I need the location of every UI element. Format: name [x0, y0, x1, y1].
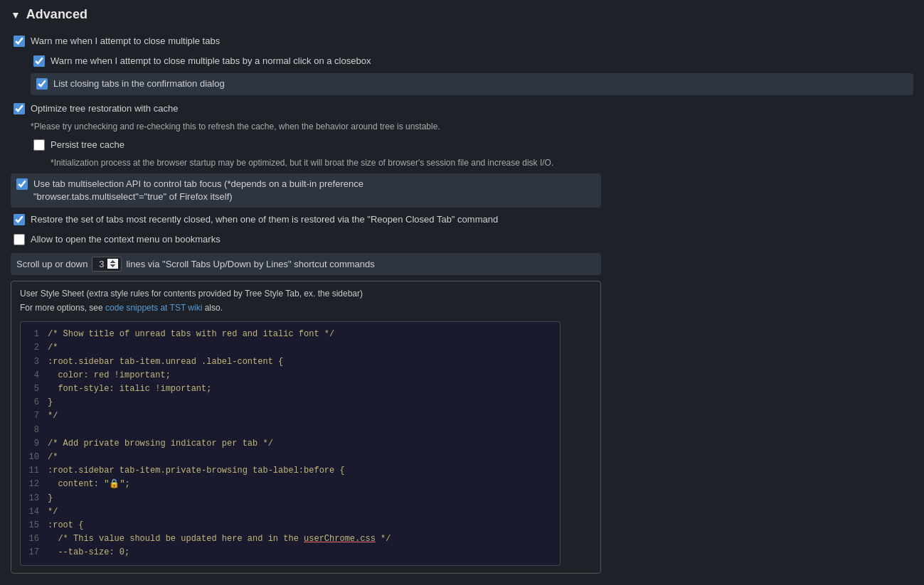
user-style-legend: User Style Sheet (extra style rules for … — [20, 289, 592, 299]
line-num-3: 3 — [26, 355, 48, 369]
line-content-6: } — [48, 396, 53, 409]
warn-close-tabs-checkbox[interactable] — [14, 36, 25, 47]
optimize-tree-label[interactable]: Optimize tree restoration with cache — [31, 102, 178, 115]
line-content-5: font-style: italic !important; — [48, 382, 211, 396]
line-content-2: /* — [48, 341, 58, 355]
warn-close-normal-label[interactable]: Warn me when I attempt to close multiple… — [51, 55, 371, 68]
code-line-13: 13 } — [21, 492, 560, 505]
line-content-4: color: red !important; — [48, 369, 171, 382]
code-line-10: 10 /* — [21, 451, 560, 464]
code-line-9: 9 /* Add private browsing indicator per … — [21, 437, 560, 451]
scroll-number-wrapper — [92, 257, 122, 272]
line-content-3: :root.sidebar tab-item.unread .label-con… — [48, 355, 283, 369]
list-closing-tabs-row: List closing tabs in the confirmation di… — [31, 73, 913, 95]
line-num-10: 10 — [26, 451, 48, 464]
line-num-16: 16 — [26, 532, 48, 546]
line-content-12: content: "🔒"; — [48, 478, 130, 491]
code-line-14: 14 */ — [21, 505, 560, 519]
optimize-tree-note: *Please try unchecking and re-checking t… — [31, 121, 913, 133]
tab-multiselect-checkbox[interactable] — [16, 178, 28, 190]
optimize-tree-checkbox[interactable] — [14, 103, 25, 114]
line-num-2: 2 — [26, 341, 48, 355]
line-num-12: 12 — [26, 478, 48, 491]
warn-close-tabs-label[interactable]: Warn me when I attempt to close multiple… — [31, 35, 220, 48]
tab-multiselect-label[interactable]: Use tab multiselection API to control ta… — [33, 178, 363, 203]
collapse-triangle[interactable]: ▼ — [11, 9, 21, 21]
restore-closed-tabs-label[interactable]: Restore the set of tabs most recently cl… — [31, 213, 498, 226]
code-snippets-link[interactable]: code snippets at TST wiki — [105, 303, 202, 313]
line-num-6: 6 — [26, 396, 48, 409]
user-style-section: User Style Sheet (extra style rules for … — [11, 281, 601, 574]
code-line-8: 8 — [21, 424, 560, 437]
line-content-15: :root { — [48, 519, 83, 532]
context-menu-bookmarks-label[interactable]: Allow to open the context menu on bookma… — [31, 233, 221, 246]
list-closing-tabs-label[interactable]: List closing tabs in the confirmation di… — [53, 77, 225, 90]
line-num-13: 13 — [26, 492, 48, 505]
scroll-row: Scroll up or down lines via "Scroll Tabs… — [11, 253, 601, 275]
warn-close-tabs-row: Warn me when I attempt to close multiple… — [11, 33, 913, 49]
restore-closed-tabs-checkbox[interactable] — [14, 214, 25, 225]
optimize-tree-row: Optimize tree restoration with cache — [11, 101, 913, 117]
scroll-suffix-label: lines via "Scroll Tabs Up/Down by Lines"… — [126, 259, 374, 269]
scroll-prefix-label: Scroll up or down — [16, 259, 87, 269]
code-line-16: 16 /* This value should be updated here … — [21, 532, 560, 546]
line-content-10: /* — [48, 451, 58, 464]
code-line-11: 11 :root.sidebar tab-item.private-browsi… — [21, 464, 560, 478]
line-num-5: 5 — [26, 382, 48, 396]
context-menu-bookmarks-checkbox[interactable] — [14, 234, 25, 245]
user-style-desc: For more options, see code snippets at T… — [20, 303, 592, 313]
persist-cache-row: Persist tree cache — [31, 137, 913, 153]
code-line-15: 15 :root { — [21, 519, 560, 532]
persist-cache-note: *Initialization process at the browser s… — [51, 157, 913, 169]
line-content-17: --tab-size: 0; — [48, 546, 129, 559]
line-num-9: 9 — [26, 437, 48, 451]
line-content-16: /* This value should be updated here and… — [48, 532, 391, 546]
persist-cache-checkbox[interactable] — [33, 139, 45, 151]
context-menu-bookmarks-row: Allow to open the context menu on bookma… — [11, 232, 913, 247]
line-content-11: :root.sidebar tab-item.private-browsing … — [48, 464, 345, 478]
line-num-17: 17 — [26, 546, 48, 559]
code-line-3: 3 :root.sidebar tab-item.unread .label-c… — [21, 355, 560, 369]
warn-close-normal-checkbox[interactable] — [33, 55, 45, 67]
code-line-4: 4 color: red !important; — [21, 369, 560, 382]
code-line-12: 12 content: "🔒"; — [21, 478, 560, 491]
line-num-7: 7 — [26, 409, 48, 423]
restore-closed-tabs-row: Restore the set of tabs most recently cl… — [11, 212, 913, 227]
line-num-15: 15 — [26, 519, 48, 532]
code-line-5: 5 font-style: italic !important; — [21, 382, 560, 396]
line-num-11: 11 — [26, 464, 48, 478]
section-title: Advanced — [26, 7, 87, 22]
list-closing-tabs-checkbox[interactable] — [36, 78, 48, 90]
line-content-7: */ — [48, 409, 58, 423]
code-line-7: 7 */ — [21, 409, 560, 423]
section-header: ▼ Advanced — [11, 7, 913, 22]
line-content-8 — [48, 424, 53, 437]
line-content-1: /* Show title of unread tabs with red an… — [48, 328, 334, 341]
line-num-4: 4 — [26, 369, 48, 382]
warn-close-normal-row: Warn me when I attempt to close multiple… — [31, 53, 913, 69]
user-style-desc-prefix: For more options, see — [20, 303, 105, 313]
code-line-1: 1 /* Show title of unread tabs with red … — [21, 328, 560, 341]
scroll-lines-input[interactable] — [92, 257, 121, 271]
tab-multiselect-row: Use tab multiselection API to control ta… — [11, 173, 601, 208]
code-line-2: 2 /* — [21, 341, 560, 355]
line-num-14: 14 — [26, 505, 48, 519]
line-content-9: /* Add private browsing indicator per ta… — [48, 437, 273, 451]
line-content-14: */ — [48, 505, 58, 519]
user-style-desc-suffix: also. — [202, 303, 223, 313]
line-num-1: 1 — [26, 328, 48, 341]
line-num-8: 8 — [26, 424, 48, 437]
persist-cache-label[interactable]: Persist tree cache — [51, 139, 124, 151]
line-content-13: } — [48, 492, 53, 505]
code-line-6: 6 } — [21, 396, 560, 409]
code-line-17: 17 --tab-size: 0; — [21, 546, 560, 559]
code-editor[interactable]: 1 /* Show title of unread tabs with red … — [20, 321, 561, 566]
